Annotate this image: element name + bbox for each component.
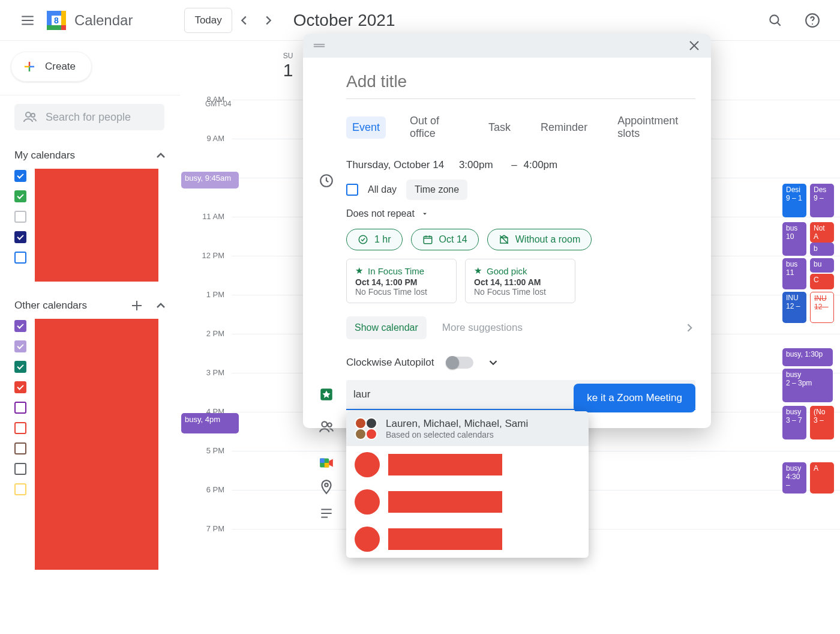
next-button[interactable]	[256, 8, 280, 32]
guest-suggestion[interactable]	[346, 446, 589, 483]
today-button[interactable]: Today	[184, 8, 232, 33]
zoom-meeting-button[interactable]: ke it a Zoom Meeting	[574, 384, 695, 412]
smart-chip[interactable]: 1 hr	[346, 229, 403, 250]
chevron-down-icon[interactable]	[487, 356, 500, 369]
guest-suggestion[interactable]: Lauren, Michael, Michael, Sami Based on …	[346, 411, 589, 446]
calendar-event[interactable]: Desi9 – 1	[782, 184, 806, 217]
more-suggestions-button[interactable]: More suggestions	[442, 322, 523, 334]
calendar-event[interactable]: (No3 –	[810, 406, 834, 439]
create-label: Create	[45, 61, 76, 73]
prev-button[interactable]	[232, 8, 256, 32]
avatar	[355, 452, 380, 477]
clockwise-icon	[319, 387, 334, 402]
calendar-event[interactable]: b	[810, 243, 834, 256]
repeat-label: Does not repeat	[346, 208, 415, 219]
svg-rect-20	[320, 458, 325, 463]
app-name: Calendar	[74, 12, 133, 29]
event-type-tab[interactable]: Task	[482, 116, 517, 139]
calendar-event[interactable]: Not A	[810, 222, 834, 243]
guest-suggestion[interactable]	[346, 521, 589, 558]
calendar-checkbox[interactable]	[14, 361, 26, 373]
clockwise-toggle[interactable]	[447, 357, 473, 369]
time-suggestion-card[interactable]: ★In Focus TimeOct 14, 1:00 PMNo Focus Ti…	[346, 259, 457, 303]
suggestion-names: Lauren, Michael, Michael, Sami	[386, 418, 528, 430]
svg-point-9	[812, 23, 813, 24]
calendar-checkbox[interactable]	[14, 252, 26, 264]
svg-point-18	[328, 423, 332, 427]
month-label: October 2021	[293, 11, 395, 30]
calendar-checkbox[interactable]	[14, 190, 26, 202]
calendar-event[interactable]: INU12 –	[810, 292, 834, 323]
calendar-event[interactable]: busy, 1:30p	[782, 348, 833, 366]
clockwise-row: Clockwise Autopilot	[346, 356, 695, 369]
search-icon[interactable]	[762, 7, 788, 34]
hour-label: 9 AM	[192, 134, 224, 143]
calendar-checkbox[interactable]	[14, 211, 26, 223]
calendar-checkbox[interactable]	[14, 442, 26, 454]
calendar-checkbox[interactable]	[14, 340, 26, 352]
calendar-checkbox[interactable]	[14, 170, 26, 182]
calendar-checkbox[interactable]	[14, 381, 26, 393]
calendar-event[interactable]: bu	[810, 258, 834, 273]
calendar-event[interactable]: A	[810, 462, 834, 494]
calendar-event[interactable]: Des9 –	[810, 184, 834, 217]
chevron-up-icon	[154, 298, 168, 313]
help-icon[interactable]	[799, 7, 826, 34]
event-type-tab[interactable]: Out of office	[404, 110, 464, 145]
calendar-checkbox[interactable]	[14, 463, 26, 475]
redacted-name	[388, 491, 502, 513]
calendar-event[interactable]: busy4:30 –	[782, 462, 806, 494]
redacted-block	[35, 169, 158, 282]
calendar-checkbox[interactable]	[14, 320, 26, 332]
event-type-tab[interactable]: Appointment slots	[611, 110, 695, 145]
timezone-button[interactable]: Time zone	[406, 180, 467, 200]
avatar-cluster	[355, 417, 377, 440]
calendar-event[interactable]: INU12 –	[782, 292, 806, 323]
my-calendars-title: My calendars	[14, 149, 75, 162]
calendar-event[interactable]: busy, 9:45am	[181, 172, 239, 189]
panel-drag-bar[interactable]	[303, 34, 711, 58]
time-suggestion-card[interactable]: ★Good pickOct 14, 11:00 AMNo Focus Time …	[465, 259, 575, 303]
calendar-event[interactable]: busy3 – 7	[782, 406, 806, 439]
sidebar: Create Search for people My calendars Ot…	[0, 41, 180, 634]
hour-label: 6 PM	[192, 485, 224, 494]
guest-suggestions-popup: Lauren, Michael, Michael, Sami Based on …	[346, 411, 589, 558]
close-icon[interactable]	[687, 38, 701, 53]
clock-icon	[319, 173, 334, 189]
hour-label: 7 PM	[192, 524, 224, 533]
smart-chip[interactable]: Oct 14	[411, 229, 479, 250]
calendar-checkbox[interactable]	[14, 422, 26, 434]
time-row[interactable]: Thursday, October 14 3:00pm – 4:00pm	[346, 159, 695, 171]
hour-label: 2 PM	[192, 329, 224, 338]
suggestion-subtitle: Based on selected calendars	[386, 430, 528, 439]
plus-icon	[22, 59, 37, 74]
all-day-label: All day	[368, 184, 397, 195]
calendar-event[interactable]: busy2 – 3pm	[782, 369, 833, 402]
event-title-input[interactable]	[346, 68, 695, 99]
guest-suggestion[interactable]	[346, 483, 589, 521]
create-button[interactable]: Create	[11, 52, 92, 82]
other-calendars-header[interactable]: Other calendars	[11, 295, 172, 319]
repeat-dropdown[interactable]: Does not repeat	[346, 208, 695, 219]
redacted-block	[35, 319, 158, 570]
redacted-name	[388, 528, 502, 550]
hamburger-menu-icon[interactable]	[14, 7, 41, 34]
clockwise-label: Clockwise Autopilot	[346, 357, 434, 369]
calendar-event[interactable]: bus11	[782, 258, 806, 289]
event-type-tab[interactable]: Reminder	[535, 116, 593, 139]
my-calendars-list	[11, 169, 172, 282]
add-calendar-icon[interactable]	[130, 298, 144, 313]
calendar-event[interactable]: busy, 4pm	[181, 413, 239, 433]
all-day-checkbox[interactable]	[346, 184, 358, 196]
calendar-event[interactable]: C	[810, 274, 834, 289]
other-calendars-title: Other calendars	[14, 300, 87, 312]
smart-chip[interactable]: Without a room	[487, 229, 592, 250]
calendar-event[interactable]: bus10	[782, 222, 806, 256]
show-calendar-button[interactable]: Show calendar	[346, 316, 427, 339]
calendar-checkbox[interactable]	[14, 402, 26, 414]
calendar-checkbox[interactable]	[14, 483, 26, 495]
event-type-tab[interactable]: Event	[346, 116, 386, 139]
calendar-checkbox[interactable]	[14, 231, 26, 243]
my-calendars-header[interactable]: My calendars	[11, 145, 172, 169]
search-people-field[interactable]: Search for people	[14, 104, 164, 130]
